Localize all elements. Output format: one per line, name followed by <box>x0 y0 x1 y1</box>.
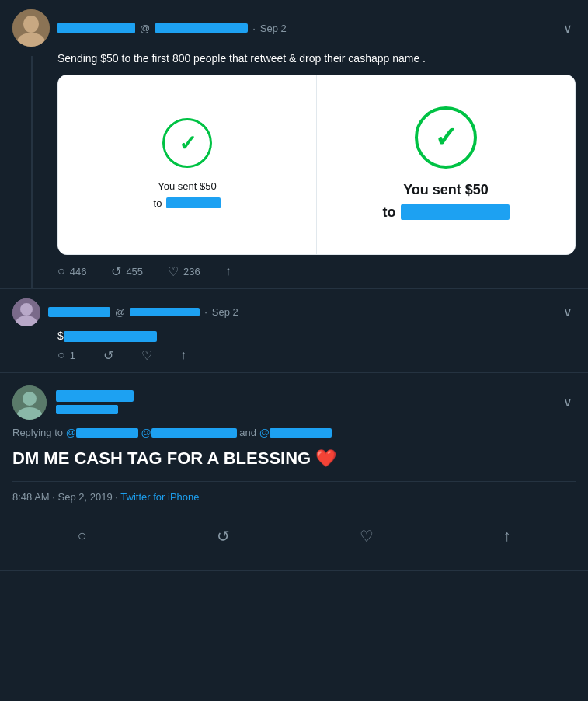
tweet-2-avatar[interactable] <box>12 298 40 326</box>
reply-count-1: 446 <box>70 266 87 277</box>
bottom-reply-icon: ○ <box>77 527 86 544</box>
at2-label[interactable]: @ <box>141 427 151 438</box>
tweet-2-username-row: @ · Sep 2 <box>48 306 238 318</box>
at2-handle <box>151 428 237 438</box>
like-icon-1: ♡ <box>168 264 179 279</box>
at1-label[interactable]: @ <box>66 427 76 438</box>
sent-to-left: to <box>154 196 221 211</box>
tweet-1-avatar[interactable] <box>12 9 50 47</box>
tweet-2-header-left: @ · Sep 2 <box>12 298 238 326</box>
tweet-2-date: Sep 2 <box>212 306 238 318</box>
to-label-right: to <box>383 202 396 223</box>
tweet-2-text: $ <box>57 330 576 342</box>
share-button-2[interactable]: ↑ <box>180 348 186 362</box>
tweet-2-actions: ○ 1 ↺ ♡ ↑ <box>57 348 576 363</box>
at3-label[interactable]: @ <box>259 427 270 438</box>
tweet-1-date: Sep 2 <box>260 23 287 34</box>
tweet-1-user-info: @ · Sep 2 <box>57 23 287 34</box>
tweet-2-handle <box>130 308 200 316</box>
sent-amount-left: You sent $50 <box>158 180 216 192</box>
tweet-time: 8:48 AM <box>12 491 50 503</box>
tweet-2: @ · Sep 2 ∨ $ ○ 1 ↺ ♡ ↑ <box>0 289 588 373</box>
tweet-1: @ · Sep 2 ∨ Sending $50 to the first 800… <box>0 0 588 289</box>
main-tweet-user-info <box>56 390 134 414</box>
like-count-1: 236 <box>183 266 200 277</box>
thread-line <box>31 56 33 288</box>
tweet-1-avatar-img <box>12 9 50 47</box>
tweet-meta: 8:48 AM · Sep 2, 2019 · Twitter for iPho… <box>12 481 576 503</box>
main-tweet-avatar[interactable] <box>12 385 47 420</box>
sent-text-left: You sent $50 <box>158 179 216 194</box>
tweet-1-text: Sending $50 to the first 800 people that… <box>57 51 576 67</box>
tweet-date-meta: Sep 2, 2019 <box>58 491 113 503</box>
bottom-share-icon: ↑ <box>503 527 510 544</box>
main-tweet-text: DM ME CASH TAG FOR A BLESSING ❤️ <box>12 448 576 470</box>
svg-point-7 <box>23 392 37 406</box>
sent-amount-right: You sent $50 <box>403 182 489 197</box>
bottom-like-icon: ♡ <box>360 528 374 545</box>
twitter-platform[interactable]: Twitter for iPhone <box>120 491 199 503</box>
share-icon-1: ↑ <box>225 264 231 278</box>
retweet-count-1: 455 <box>126 266 143 277</box>
bottom-reply-button[interactable]: ○ <box>71 521 92 551</box>
tweet-1-username-row: @ · Sep 2 <box>57 23 287 34</box>
tweet-1-header: @ · Sep 2 ∨ <box>12 9 576 47</box>
sent-text-right: You sent $50 <box>403 180 489 201</box>
tweet-1-handle-redacted <box>155 23 248 33</box>
reply-count-2: 1 <box>70 350 75 361</box>
share-button-1[interactable]: ↑ <box>225 264 231 278</box>
tweet-2-body: $ ○ 1 ↺ ♡ ↑ <box>57 330 576 363</box>
reply-icon-1: ○ <box>57 264 65 278</box>
main-tweet-handle <box>56 405 118 414</box>
tweet-1-header-left: @ · Sep 2 <box>12 9 287 47</box>
tweet-2-at: @ <box>115 306 125 318</box>
tweet-2-avatar-img <box>12 298 40 326</box>
retweet-icon-1: ↺ <box>111 264 121 279</box>
main-tweet-user <box>12 385 134 420</box>
tweet-2-chevron[interactable]: ∨ <box>560 302 576 323</box>
main-tweet: ∨ Replying to @ @ and @ DM ME CASH TAG F… <box>0 373 588 571</box>
tweet-1-chevron[interactable]: ∨ <box>560 18 576 39</box>
replying-to-label: Replying to <box>12 427 63 438</box>
main-tweet-header: ∨ <box>12 385 576 420</box>
tweet-2-cashapp-tag <box>64 331 157 342</box>
cashapp-card-right: ✓ You sent $50 to <box>317 75 575 254</box>
tweet-1-dot: · <box>252 23 256 34</box>
main-tweet-username <box>56 390 134 402</box>
tweet-1-username-redacted <box>57 23 135 33</box>
reply-button-2[interactable]: ○ 1 <box>57 348 75 362</box>
like-button-1[interactable]: ♡ 236 <box>168 264 200 279</box>
retweet-button-2[interactable]: ↺ <box>103 348 113 363</box>
main-tweet-message: DM ME CASH TAG FOR A BLESSING <box>12 448 311 468</box>
heart-emoji: ❤️ <box>315 448 336 468</box>
tweet-2-header: @ · Sep 2 ∨ <box>12 298 576 326</box>
cashapp-card-left: ✓ You sent $50 to <box>58 75 317 254</box>
tweet-2-user-info: @ · Sep 2 <box>48 306 238 318</box>
svg-point-4 <box>20 303 33 316</box>
svg-point-1 <box>23 16 39 33</box>
checkmark-left: ✓ <box>162 118 212 168</box>
main-tweet-chevron[interactable]: ∨ <box>560 392 576 413</box>
bottom-like-button[interactable]: ♡ <box>353 521 380 552</box>
tweet-2-dot: · <box>204 306 207 318</box>
at3-handle <box>270 428 332 438</box>
bottom-retweet-icon: ↺ <box>217 528 230 545</box>
checkmark-symbol-left: ✓ <box>179 131 197 156</box>
like-button-2[interactable]: ♡ <box>141 348 152 363</box>
tweet-1-body: Sending $50 to the first 800 people that… <box>57 51 576 279</box>
bottom-share-button[interactable]: ↑ <box>496 521 517 551</box>
recipient-left <box>166 197 221 208</box>
retweet-icon-2: ↺ <box>103 348 113 363</box>
meta-dot1: · <box>52 491 57 503</box>
reply-button-1[interactable]: ○ 446 <box>57 264 86 278</box>
retweet-button-1[interactable]: ↺ 455 <box>111 264 143 279</box>
replying-to-text: Replying to @ @ and @ <box>12 426 576 440</box>
reply-icon-2: ○ <box>57 348 65 362</box>
cashapp-cards: ✓ You sent $50 to ✓ You sent $50 <box>57 75 576 255</box>
main-tweet-avatar-img <box>12 385 47 420</box>
at1-handle <box>76 428 138 438</box>
tweet-1-actions: ○ 446 ↺ 455 ♡ 236 ↑ <box>57 264 576 279</box>
checkmark-right: ✓ <box>415 106 477 169</box>
bottom-retweet-button[interactable]: ↺ <box>210 521 236 552</box>
recipient-right <box>401 204 510 220</box>
